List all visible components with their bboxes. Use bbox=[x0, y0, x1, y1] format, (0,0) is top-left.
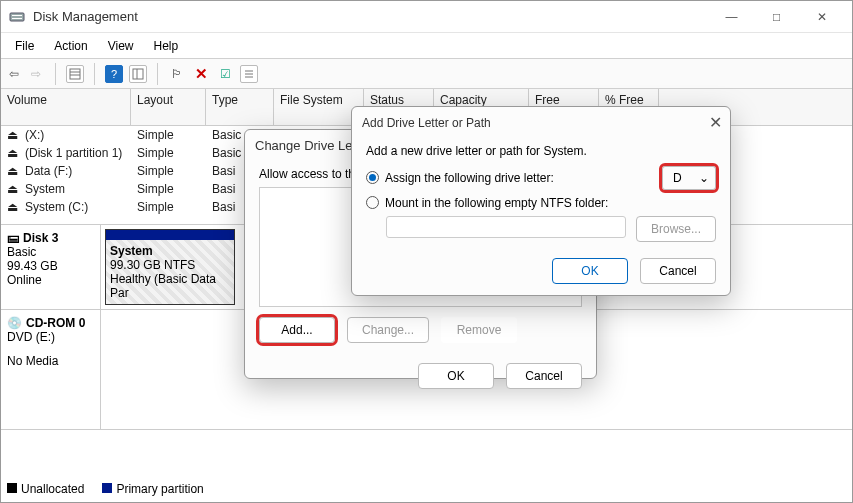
legend: Unallocated Primary partition bbox=[7, 482, 204, 496]
help-icon[interactable]: ? bbox=[105, 65, 123, 83]
toolbar: ⇦ ⇨ ? 🏳 ✕ ☑ bbox=[1, 59, 852, 89]
col-volume[interactable]: Volume bbox=[1, 89, 131, 125]
disk-title: CD-ROM 0 bbox=[26, 316, 85, 330]
col-layout[interactable]: Layout bbox=[131, 89, 206, 125]
browse-button[interactable]: Browse... bbox=[636, 216, 716, 242]
mount-path-input[interactable] bbox=[386, 216, 626, 238]
legend-swatch-unallocated bbox=[7, 483, 17, 493]
maximize-button[interactable]: □ bbox=[754, 2, 799, 32]
partition-status: Healthy (Basic Data Par bbox=[110, 272, 230, 300]
volume-name: (X:) bbox=[25, 128, 44, 142]
svg-rect-1 bbox=[12, 15, 22, 16]
volume-name: System (C:) bbox=[25, 200, 88, 214]
assign-letter-option[interactable]: Assign the following drive letter: bbox=[366, 171, 554, 185]
titlebar: Disk Management — □ ✕ bbox=[1, 1, 852, 33]
mount-folder-option[interactable]: Mount in the following empty NTFS folder… bbox=[366, 196, 608, 210]
disk-management-window: Disk Management — □ ✕ File Action View H… bbox=[0, 0, 853, 503]
ok-button[interactable]: OK bbox=[552, 258, 628, 284]
cancel-button[interactable]: Cancel bbox=[640, 258, 716, 284]
radio-icon bbox=[366, 171, 379, 184]
menu-view[interactable]: View bbox=[98, 35, 144, 57]
svg-rect-0 bbox=[10, 13, 24, 21]
disk-status: Online bbox=[7, 273, 94, 287]
selected-letter: D bbox=[673, 171, 682, 185]
drive-letter-select[interactable]: D ⌄ bbox=[662, 166, 716, 190]
volume-icon: ⏏ bbox=[7, 128, 21, 142]
chevron-down-icon: ⌄ bbox=[699, 171, 709, 185]
legend-unallocated: Unallocated bbox=[21, 482, 84, 496]
refresh-tag-icon[interactable]: 🏳 bbox=[168, 65, 186, 83]
svg-rect-2 bbox=[12, 18, 22, 19]
volume-name: System bbox=[25, 182, 65, 196]
radio-icon bbox=[366, 196, 379, 209]
close-icon[interactable]: ✕ bbox=[709, 113, 722, 132]
change-button[interactable]: Change... bbox=[347, 317, 429, 343]
col-type[interactable]: Type bbox=[206, 89, 274, 125]
volume-name: Data (F:) bbox=[25, 164, 72, 178]
table-view-icon[interactable] bbox=[66, 65, 84, 83]
forward-icon[interactable]: ⇨ bbox=[27, 65, 45, 83]
partition-size: 99.30 GB NTFS bbox=[110, 258, 230, 272]
menu-file[interactable]: File bbox=[5, 35, 44, 57]
optical-icon: 💿 bbox=[7, 316, 22, 330]
disk-icon: 🖴 bbox=[7, 231, 19, 245]
volume-name: (Disk 1 partition 1) bbox=[25, 146, 122, 160]
dialog-intro: Add a new drive letter or path for Syste… bbox=[366, 144, 716, 158]
partition-name: System bbox=[110, 244, 230, 258]
svg-rect-3 bbox=[70, 69, 80, 79]
volume-icon: ⏏ bbox=[7, 146, 21, 160]
list-icon[interactable] bbox=[240, 65, 258, 83]
menu-help[interactable]: Help bbox=[144, 35, 189, 57]
svg-rect-6 bbox=[133, 69, 143, 79]
media-status: No Media bbox=[7, 354, 94, 368]
disk-type: Basic bbox=[7, 245, 94, 259]
disk-label[interactable]: 💿CD-ROM 0 DVD (E:) No Media bbox=[1, 310, 101, 429]
add-drive-letter-dialog: Add Drive Letter or Path ✕ Add a new dri… bbox=[351, 106, 731, 296]
toolbar-separator bbox=[157, 63, 158, 85]
menu-bar: File Action View Help bbox=[1, 33, 852, 59]
volume-icon: ⏏ bbox=[7, 200, 21, 214]
toolbar-separator bbox=[55, 63, 56, 85]
minimize-button[interactable]: — bbox=[709, 2, 754, 32]
delete-icon[interactable]: ✕ bbox=[192, 65, 210, 83]
volume-icon: ⏏ bbox=[7, 164, 21, 178]
back-icon[interactable]: ⇦ bbox=[5, 65, 23, 83]
legend-swatch-primary bbox=[102, 483, 112, 493]
volume-icon: ⏏ bbox=[7, 182, 21, 196]
toolbar-separator bbox=[94, 63, 95, 85]
app-icon bbox=[9, 9, 25, 25]
disk-size: 99.43 GB bbox=[7, 259, 94, 273]
add-button[interactable]: Add... bbox=[259, 317, 335, 343]
remove-button[interactable]: Remove bbox=[441, 317, 517, 343]
detail-view-icon[interactable] bbox=[129, 65, 147, 83]
disk-label[interactable]: 🖴Disk 3 Basic 99.43 GB Online bbox=[1, 225, 101, 309]
window-title: Disk Management bbox=[33, 9, 709, 24]
cancel-button[interactable]: Cancel bbox=[506, 363, 582, 389]
partition-header bbox=[106, 230, 234, 240]
disk-title: Disk 3 bbox=[23, 231, 58, 245]
drive-letter: DVD (E:) bbox=[7, 330, 94, 344]
partition-box[interactable]: System 99.30 GB NTFS Healthy (Basic Data… bbox=[105, 229, 235, 305]
menu-action[interactable]: Action bbox=[44, 35, 97, 57]
properties-check-icon[interactable]: ☑ bbox=[216, 65, 234, 83]
ok-button[interactable]: OK bbox=[418, 363, 494, 389]
dialog-title: Add Drive Letter or Path bbox=[362, 116, 491, 130]
close-button[interactable]: ✕ bbox=[799, 2, 844, 32]
legend-primary: Primary partition bbox=[116, 482, 203, 496]
